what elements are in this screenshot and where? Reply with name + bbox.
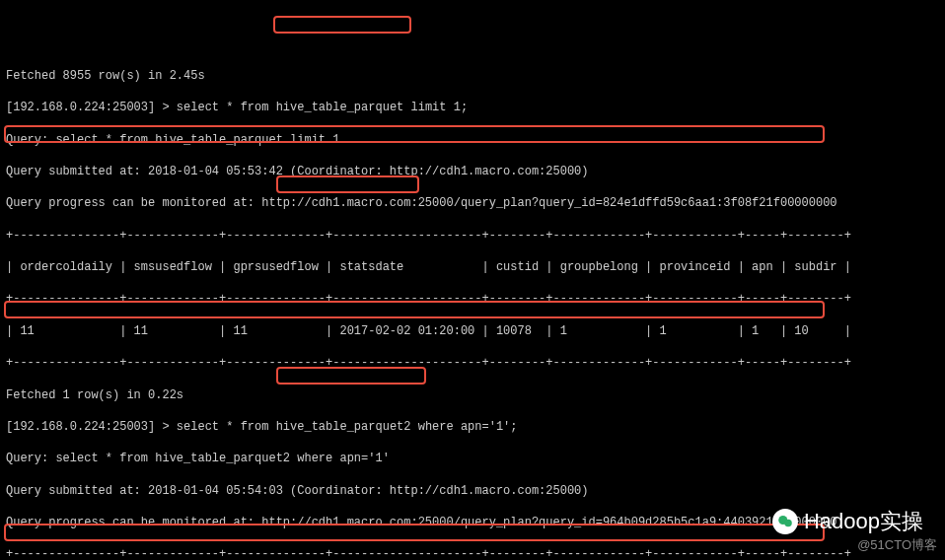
hadoop-badge: Hadoop实操 (772, 507, 923, 536)
table-sep: +---------------+-------------+---------… (6, 355, 939, 371)
table-name-2: hive_table_parquet2 (276, 420, 411, 434)
table-row: | 11 | 11 | 11 | 2017-02-02 01:20:00 | 1… (6, 323, 939, 339)
terminal-line: Query progress can be monitored at: http… (6, 195, 939, 211)
terminal-line: [192.168.0.224:25003] > select * from hi… (6, 100, 939, 115)
table-name-1: hive_table_parquet (276, 101, 404, 114)
terminal-line: Query submitted at: 2018-01-04 05:54:03 … (6, 483, 939, 499)
watermark: @51CTO博客 (857, 536, 937, 554)
table-sep: +---------------+-------------+---------… (6, 291, 939, 307)
terminal-line: Fetched 1 row(s) in 0.22s (6, 387, 939, 403)
terminal-line: Query: select * from hive_table_parquet … (6, 132, 939, 148)
terminal-line: Query submitted at: 2018-01-04 05:53:42 … (6, 164, 939, 179)
svg-point-1 (784, 520, 792, 527)
wechat-icon (772, 509, 798, 534)
table-sep: +---------------+-------------+---------… (6, 546, 939, 560)
terminal-line: Query: select * from hive_table_parquet2… (6, 451, 939, 466)
table-sep: +---------------+-------------+---------… (6, 228, 939, 244)
highlight-table-1 (273, 16, 411, 34)
terminal-line: [192.168.0.224:25003] > select * from hi… (6, 419, 939, 435)
terminal-line: Fetched 8955 row(s) in 2.45s (6, 68, 939, 84)
table-header: | ordercoldaily | smsusedflow | gprsused… (6, 259, 939, 275)
